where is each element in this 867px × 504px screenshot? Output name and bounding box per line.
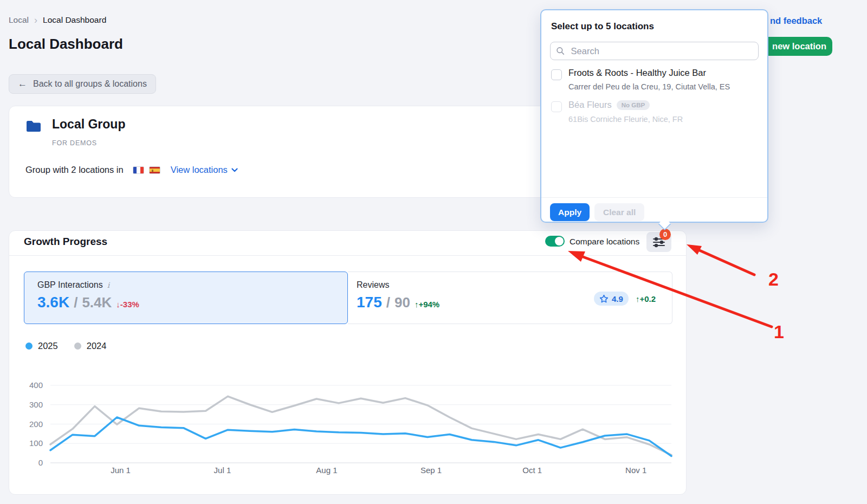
legend-item-2025[interactable]: 2025 [25, 341, 58, 351]
x-axis-tick-label: Aug 1 [316, 466, 337, 475]
y-axis-tick-label: 100 [29, 438, 43, 448]
popup-footer-divider [541, 197, 767, 198]
growth-line-chart: 0100200300400Jun 1Jul 1Aug 1Sep 1Oct 1No… [9, 367, 686, 486]
left-arrow-icon: ← [18, 79, 27, 89]
reviews-delta: ↑+94% [415, 300, 439, 309]
breadcrumb-local[interactable]: Local [9, 15, 29, 25]
view-locations-label: View locations [171, 165, 228, 175]
flag-spain-icon [149, 166, 160, 174]
search-box[interactable] [550, 42, 759, 60]
legend-dot-2024 [74, 343, 81, 350]
clear-all-button[interactable]: Clear all [594, 203, 644, 221]
group-subtitle: FOR DEMOS [52, 139, 97, 147]
legend-dot-2025 [25, 343, 33, 350]
send-feedback-link[interactable]: nd feedback [770, 16, 822, 26]
no-gbp-badge: No GBP [617, 100, 650, 110]
select-locations-popup: Select up to 5 locations Froots & Roots … [540, 9, 768, 223]
chevron-right-icon: › [34, 16, 37, 24]
x-axis-tick-label: Oct 1 [522, 466, 542, 475]
back-button[interactable]: ← Back to all groups & locations [9, 74, 156, 94]
group-locations-text: Group with 2 locations in [25, 165, 124, 175]
legend-label-2024: 2024 [87, 341, 107, 351]
reviews-previous-value: 90 [394, 294, 410, 311]
growth-progress-title: Growth Progress [24, 236, 107, 248]
location-name-bea: Béa Fleurs No GBP [568, 100, 650, 110]
location-checkbox-froots[interactable] [551, 69, 562, 80]
chart-legend: 2025 2024 [25, 341, 116, 351]
reviews-current-value: 175 [357, 294, 382, 311]
breadcrumb-current: Local Dashboard [43, 15, 106, 25]
x-axis-tick-label: Sep 1 [420, 466, 442, 475]
y-axis-tick-label: 200 [29, 419, 43, 429]
flag-france-icon [133, 166, 144, 174]
chart-line-2025 [50, 417, 671, 456]
group-title: Local Group [52, 117, 125, 132]
compare-locations-toggle[interactable] [545, 236, 565, 247]
location-name-froots[interactable]: Froots & Roots - Healthy Juice Bar [568, 68, 706, 78]
add-new-location-button[interactable]: new location [758, 37, 832, 56]
gbp-delta: ↓-33% [116, 300, 139, 309]
value-separator: / [386, 294, 390, 311]
arrow-2 [700, 250, 754, 275]
x-axis-tick-label: Jun 1 [111, 466, 131, 475]
reviews-label: Reviews [357, 280, 389, 290]
value-separator: / [74, 294, 77, 311]
y-axis-tick-label: 400 [29, 380, 43, 390]
annotation-label-1: 1 [774, 321, 784, 342]
rating-value: 4.9 [612, 294, 623, 303]
arrow-2-head [687, 244, 702, 255]
location-checkbox-bea [551, 101, 562, 112]
y-axis-tick-label: 0 [38, 458, 43, 467]
location-name-bea-label: Béa Fleurs [568, 100, 612, 110]
folder-icon [25, 119, 42, 135]
group-locations-row: Group with 2 locations in View locations [25, 165, 238, 175]
location-address-bea: 61Bis Corniche Fleurie, Nice, FR [568, 115, 683, 124]
gbp-previous-value: 5.4K [82, 294, 112, 311]
legend-item-2024[interactable]: 2024 [74, 341, 107, 351]
x-axis-tick-label: Nov 1 [625, 466, 646, 475]
add-new-location-label: new location [772, 41, 826, 51]
metric-card-gbp-interactions[interactable]: GBP Interactions i 3.6K / 5.4K ↓-33% [24, 272, 348, 324]
metric-card-reviews[interactable]: Reviews 175 / 90 ↑+94% 4.9 ↑+0.2 [348, 272, 672, 324]
annotation-label-2: 2 [768, 269, 779, 289]
legend-label-2025: 2025 [38, 341, 58, 351]
popup-caret [658, 217, 671, 230]
filter-count-badge: 0 [659, 229, 671, 240]
breadcrumb: Local › Local Dashboard [9, 15, 106, 25]
growth-progress-card: Growth Progress Compare locations 0 GBP … [9, 230, 687, 495]
toggle-knob [555, 237, 564, 245]
view-locations-link[interactable]: View locations [171, 165, 238, 175]
info-icon[interactable]: i [107, 281, 109, 289]
compare-locations-label: Compare locations [570, 237, 639, 247]
gbp-interactions-label: GBP Interactions [37, 280, 103, 290]
chevron-down-icon [231, 168, 238, 172]
header-divider [9, 255, 686, 256]
search-icon [556, 46, 565, 56]
popup-title: Select up to 5 locations [551, 21, 654, 32]
rating-badge: 4.9 [594, 292, 629, 306]
y-axis-tick-label: 300 [29, 400, 43, 409]
rating-delta: ↑+0.2 [636, 294, 656, 303]
apply-button[interactable]: Apply [550, 203, 590, 221]
search-input[interactable] [570, 46, 753, 57]
x-axis-tick-label: Jul 1 [214, 466, 231, 475]
gbp-current-value: 3.6K [37, 294, 69, 311]
back-button-label: Back to all groups & locations [33, 79, 147, 89]
page-title: Local Dashboard [9, 36, 123, 53]
location-address-froots: Carrer del Peu de la Creu, 19, Ciutat Ve… [568, 82, 730, 91]
star-icon [599, 294, 609, 303]
